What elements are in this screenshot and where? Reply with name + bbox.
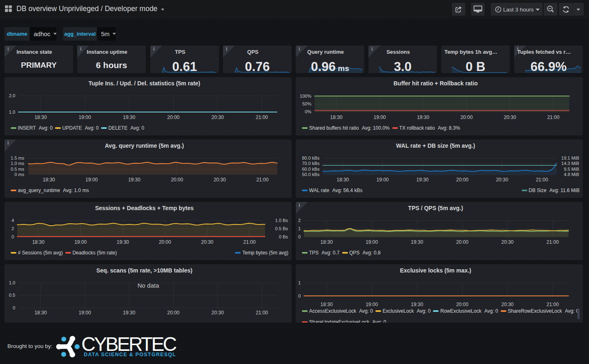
svg-text:9.5 MiB: 9.5 MiB (564, 167, 579, 172)
svg-text:19:00: 19:00 (79, 310, 91, 316)
svg-text:100%: 100% (300, 94, 311, 98)
svg-text:19.1 MiB: 19.1 MiB (561, 156, 579, 160)
svg-text:20:30: 20:30 (504, 114, 516, 120)
svg-text:14.3 MiB: 14.3 MiB (561, 161, 579, 166)
svg-text:4: 4 (12, 218, 14, 223)
svg-text:21:00: 21:00 (255, 310, 268, 316)
svg-text:20:30: 20:30 (501, 302, 513, 307)
svg-text:2: 2 (298, 218, 301, 223)
svg-text:0: 0 (13, 305, 15, 310)
svg-text:80.0 kBs: 80.0 kBs (302, 156, 320, 160)
svg-text:1.0 ms: 1.0 ms (11, 161, 25, 166)
svg-text:20:00: 20:00 (460, 114, 473, 120)
svg-text:1.0 Bs: 1.0 Bs (275, 218, 288, 223)
svg-text:2.0: 2.0 (9, 93, 15, 98)
svg-text:20:30: 20:30 (212, 310, 224, 316)
svg-text:21:00: 21:00 (547, 302, 559, 307)
svg-text:19:00: 19:00 (366, 302, 378, 307)
svg-text:19:00: 19:00 (366, 239, 378, 245)
svg-text:1: 1 (298, 280, 301, 285)
svg-text:21:00: 21:00 (547, 114, 559, 120)
svg-text:21:00: 21:00 (536, 177, 548, 183)
svg-text:20:30: 20:30 (501, 239, 513, 245)
svg-text:0: 0 (298, 234, 301, 239)
svg-text:20:30: 20:30 (496, 177, 508, 183)
svg-text:0%: 0% (305, 109, 311, 114)
svg-text:19:30: 19:30 (123, 114, 135, 120)
svg-text:0.5: 0.5 (9, 293, 15, 298)
svg-text:19:30: 19:30 (128, 177, 140, 183)
svg-text:20:30: 20:30 (212, 114, 224, 120)
svg-text:1.5 ms: 1.5 ms (11, 156, 25, 160)
svg-text:18:30: 18:30 (320, 302, 333, 307)
svg-text:18:30: 18:30 (35, 310, 47, 316)
svg-text:1: 1 (298, 226, 301, 231)
svg-text:20:00: 20:00 (167, 114, 179, 120)
svg-text:19:00: 19:00 (373, 114, 386, 120)
svg-text:4.8 MiB: 4.8 MiB (564, 172, 579, 177)
svg-text:21:00: 21:00 (547, 239, 559, 245)
svg-text:19:00: 19:00 (74, 239, 87, 245)
svg-text:19:30: 19:30 (123, 310, 135, 316)
svg-text:20:30: 20:30 (214, 177, 226, 183)
svg-text:0 Bs: 0 Bs (279, 234, 288, 239)
svg-text:18:30: 18:30 (35, 114, 47, 120)
svg-text:0.5 ms: 0.5 ms (11, 167, 25, 172)
svg-text:18:30: 18:30 (43, 177, 55, 183)
svg-text:19:30: 19:30 (411, 239, 423, 245)
svg-text:0 ms: 0 ms (14, 172, 24, 177)
svg-text:19:00: 19:00 (376, 177, 389, 183)
svg-text:DATA SCIENCE & POSTGRESQL: DATA SCIENCE & POSTGRESQL (84, 352, 177, 357)
svg-text:20:00: 20:00 (456, 239, 468, 245)
svg-text:21:00: 21:00 (243, 239, 255, 245)
svg-text:0: 0 (12, 234, 14, 239)
svg-text:18:30: 18:30 (320, 239, 333, 245)
svg-text:70.0 kBs: 70.0 kBs (302, 161, 320, 166)
svg-text:19:30: 19:30 (416, 177, 428, 183)
svg-text:19:30: 19:30 (411, 302, 423, 307)
svg-text:18:30: 18:30 (330, 114, 343, 120)
svg-text:19:30: 19:30 (117, 239, 129, 245)
svg-text:0.5 Bs: 0.5 Bs (275, 226, 288, 231)
svg-text:20:30: 20:30 (201, 239, 213, 245)
svg-text:20:00: 20:00 (159, 239, 171, 245)
svg-text:50.0 kBs: 50.0 kBs (302, 172, 320, 177)
svg-text:19:00: 19:00 (85, 177, 98, 183)
svg-text:19:30: 19:30 (417, 114, 429, 120)
svg-text:1.0: 1.0 (9, 110, 15, 114)
svg-text:2: 2 (12, 226, 14, 231)
svg-text:20:00: 20:00 (456, 177, 468, 183)
svg-text:18:30: 18:30 (336, 177, 349, 183)
svg-text:20:00: 20:00 (171, 177, 183, 183)
svg-text:0: 0 (298, 293, 301, 298)
svg-text:21:00: 21:00 (255, 114, 268, 120)
svg-text:1.0: 1.0 (9, 280, 15, 285)
svg-text:60.0 kBs: 60.0 kBs (302, 167, 320, 172)
svg-text:21:00: 21:00 (256, 177, 269, 183)
svg-text:20:00: 20:00 (167, 310, 179, 316)
svg-text:50%: 50% (302, 101, 311, 106)
svg-text:No data: No data (138, 282, 159, 289)
svg-text:18:30: 18:30 (32, 239, 44, 245)
svg-text:19:00: 19:00 (79, 114, 91, 120)
svg-text:20:00: 20:00 (456, 302, 468, 307)
